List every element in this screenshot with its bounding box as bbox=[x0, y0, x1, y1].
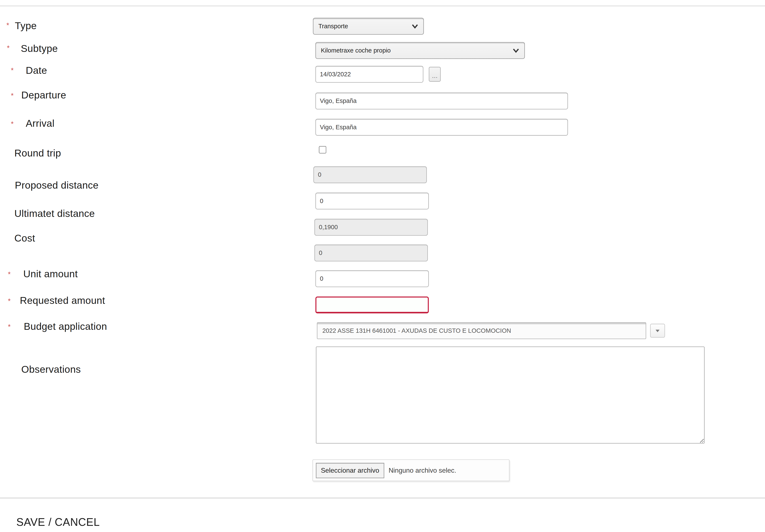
budget-application-label: Budget application bbox=[24, 320, 107, 332]
round-trip-checkbox[interactable] bbox=[319, 146, 326, 154]
type-select[interactable]: Transporte bbox=[313, 18, 424, 35]
chevron-down-icon bbox=[412, 24, 418, 29]
budget-application-select-value: 2022 ASSE 131H 6461001 - AXUDAS DE CUSTO… bbox=[323, 327, 511, 334]
file-upload: Seleccionar archivo Ninguno archivo sele… bbox=[313, 459, 509, 481]
type-select-value: Transporte bbox=[319, 23, 348, 30]
select-file-button[interactable]: Seleccionar archivo bbox=[316, 463, 384, 478]
required-asterisk: * bbox=[11, 92, 14, 99]
subtype-select[interactable]: Kilometraxe coche propio bbox=[316, 42, 525, 59]
subtype-select-value: Kilometraxe coche propio bbox=[321, 47, 391, 54]
required-asterisk: * bbox=[7, 45, 10, 52]
caret-down-icon bbox=[655, 329, 659, 332]
ultimate-distance-label: Ultimatet distance bbox=[14, 207, 95, 219]
departure-input[interactable] bbox=[316, 93, 568, 109]
requested-amount-label: Requested amount bbox=[20, 294, 105, 306]
arrival-input[interactable] bbox=[316, 119, 568, 136]
cancel-button[interactable]: CANCEL bbox=[55, 516, 100, 528]
bottom-divider bbox=[0, 498, 765, 499]
requested-amount-input[interactable] bbox=[316, 296, 429, 313]
subtype-label: Subtype bbox=[21, 43, 58, 54]
chevron-down-icon bbox=[513, 48, 519, 53]
observations-textarea[interactable] bbox=[316, 346, 705, 443]
save-button[interactable]: SAVE bbox=[16, 516, 45, 528]
footer-actions: SAVE / CANCEL bbox=[16, 516, 100, 529]
cost-label: Cost bbox=[14, 232, 35, 244]
required-asterisk: * bbox=[8, 323, 11, 330]
required-asterisk: * bbox=[6, 22, 9, 29]
action-separator: / bbox=[48, 516, 51, 528]
unit-amount-label: Unit amount bbox=[23, 268, 78, 280]
top-divider bbox=[0, 6, 765, 7]
type-label: Type bbox=[15, 20, 37, 32]
proposed-distance-input bbox=[314, 166, 427, 183]
file-status-text: Ninguno archivo selec. bbox=[388, 466, 456, 474]
expense-form: * Type Transporte * Subtype Kilometraxe … bbox=[0, 0, 765, 532]
cost-total-input bbox=[314, 245, 428, 261]
required-asterisk: * bbox=[8, 271, 11, 278]
cost-rate-input bbox=[314, 219, 428, 236]
ultimate-distance-input[interactable] bbox=[316, 193, 429, 210]
date-label: Date bbox=[26, 64, 47, 76]
budget-application-dropdown-button[interactable] bbox=[650, 324, 665, 338]
unit-amount-input[interactable] bbox=[316, 270, 429, 287]
departure-label: Departure bbox=[21, 89, 66, 101]
date-picker-button[interactable]: … bbox=[429, 67, 441, 82]
proposed-distance-label: Proposed distance bbox=[15, 179, 99, 191]
required-asterisk: * bbox=[11, 67, 14, 74]
required-asterisk: * bbox=[11, 120, 14, 127]
observations-label: Observations bbox=[21, 363, 81, 375]
required-asterisk: * bbox=[8, 297, 11, 304]
arrival-label: Arrival bbox=[26, 117, 54, 129]
round-trip-label: Round trip bbox=[14, 147, 61, 159]
budget-application-select[interactable]: 2022 ASSE 131H 6461001 - AXUDAS DE CUSTO… bbox=[317, 322, 646, 339]
date-input[interactable] bbox=[316, 66, 423, 83]
